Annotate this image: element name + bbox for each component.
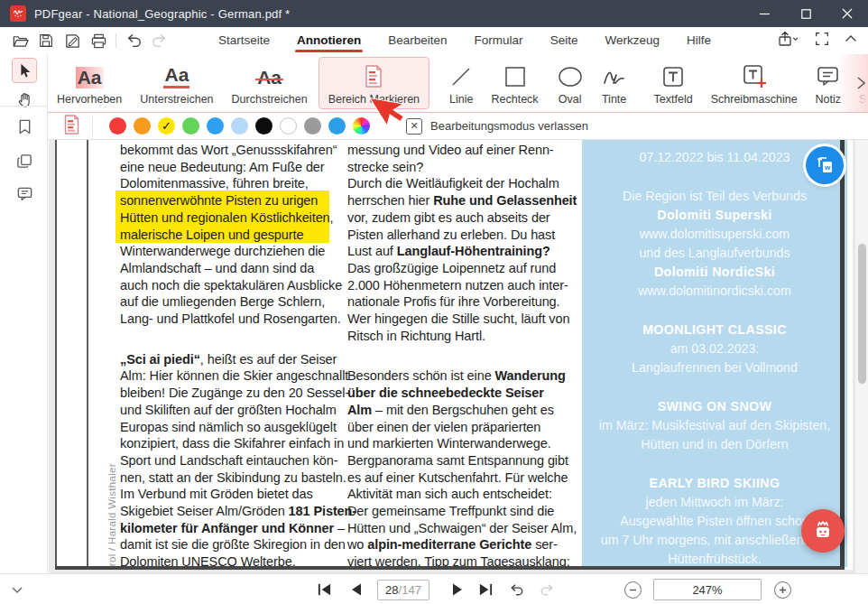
- color-swatch-orange[interactable]: [134, 117, 151, 135]
- pdf-to-word-button[interactable]: w: [806, 146, 844, 184]
- text-line: Dolomitenmassive, führen breite,: [120, 175, 351, 192]
- ribbon-scroll-right-icon[interactable]: [855, 76, 866, 90]
- last-page-button[interactable]: [476, 574, 495, 604]
- tool-bereich-markieren[interactable]: Bereich Markieren: [319, 57, 429, 109]
- sign-document-icon[interactable]: [63, 32, 81, 50]
- text-line: Ritsch in Richtung Hartl.: [347, 328, 578, 345]
- zoom-in-button[interactable]: [772, 574, 792, 604]
- close-button[interactable]: [826, 0, 868, 27]
- redo-icon[interactable]: [151, 32, 169, 50]
- text-line: Almlandschaft – und dann sind da: [120, 260, 351, 277]
- previous-view-button[interactable]: [505, 574, 527, 604]
- fullscreen-icon[interactable]: [814, 31, 830, 51]
- collapse-sidebar-icon[interactable]: [7, 574, 27, 604]
- tab-formular[interactable]: Formular: [473, 29, 525, 53]
- next-view-button[interactable]: [536, 574, 558, 604]
- tool-oval[interactable]: Oval: [548, 54, 593, 112]
- text-line: auf die umliegenden Berge Schlern,: [120, 293, 351, 311]
- maximize-button[interactable]: [785, 0, 826, 27]
- select-tool-button[interactable]: [12, 58, 37, 83]
- tab-werkzeug[interactable]: Werkzeug: [603, 29, 661, 53]
- save-icon[interactable]: [37, 32, 55, 50]
- color-swatch-light-blue[interactable]: [231, 117, 248, 135]
- text-line: vor, zudem gibt es auch abseits der: [347, 209, 578, 227]
- minimize-button[interactable]: [743, 0, 785, 27]
- previous-page-button[interactable]: [346, 574, 365, 604]
- color-swatch-gray[interactable]: [304, 117, 321, 135]
- text-line: im März: Musikfestival auf den Skipisten…: [582, 416, 847, 435]
- tool-tinte[interactable]: Tinte: [593, 54, 636, 112]
- text-line: Der gemeinsame Treffpunkt sind die: [347, 503, 578, 520]
- page-number-box[interactable]: 28 /147: [377, 574, 429, 604]
- pdf-page[interactable]: bekommt das Wort „Genussskifahren“eine n…: [56, 140, 853, 570]
- tab-startseite[interactable]: Startseite: [217, 29, 272, 53]
- bookmarks-panel-button[interactable]: [12, 114, 37, 139]
- zoom-out-button[interactable]: [623, 574, 642, 604]
- text-line: www.dolomitinordicski.com: [582, 282, 847, 301]
- color-swatch-black[interactable]: [255, 117, 272, 135]
- text-line: Hüttenfrühstück.: [582, 550, 847, 567]
- tab-seite[interactable]: Seite: [549, 29, 580, 53]
- exit-edit-icon: ✕: [406, 118, 422, 135]
- text-line: Lang- und Plattkofel und Rosengarten.: [120, 311, 351, 328]
- current-page-input[interactable]: 28: [385, 583, 398, 597]
- color-swatch-green[interactable]: [182, 117, 199, 135]
- thumbnails-panel-button[interactable]: [12, 148, 37, 173]
- tool-linie[interactable]: Linie: [440, 54, 482, 112]
- share-icon[interactable]: [776, 30, 799, 51]
- svg-text:w: w: [824, 163, 831, 172]
- open-file-icon[interactable]: [11, 32, 29, 50]
- zoom-level-box[interactable]: 247%: [653, 574, 762, 604]
- text-line: 2.000 Höhenmetern nutzen auch inter-: [347, 277, 578, 294]
- text-line: Alm – mit den Bergschuhen geht es: [347, 402, 578, 419]
- titlebar: PDFgear - National_Geographic - German.p…: [0, 0, 868, 27]
- underline-icon: Aa: [163, 61, 189, 88]
- total-pages-label: /147: [399, 583, 421, 597]
- text-line: EARLY BIRD SKIING: [582, 474, 847, 493]
- tool-durchstreichen[interactable]: Aa Durchstreichen: [223, 54, 317, 112]
- ai-assistant-button[interactable]: [801, 509, 845, 553]
- comments-panel-button[interactable]: [12, 181, 37, 206]
- tool-schreibmaschine[interactable]: Schreibmaschine: [702, 54, 807, 112]
- first-page-button[interactable]: [314, 574, 334, 604]
- color-swatch-red[interactable]: [109, 117, 126, 135]
- text-line: und Skiliften auf der größten Hochalm: [120, 402, 351, 419]
- tab-annotieren[interactable]: Annotieren: [295, 29, 363, 53]
- color-swatch-white[interactable]: [280, 117, 297, 135]
- page-right-edge: [840, 140, 845, 570]
- color-swatch-cyan-blue[interactable]: [328, 117, 346, 135]
- text-line: Europas sind nämlich so ausgeklügelt: [120, 419, 351, 436]
- vertical-scrollbar[interactable]: [854, 140, 868, 573]
- text-line: Sport und Landschaft eintauchen kön-: [120, 452, 351, 469]
- tool-rechteck[interactable]: Rechteck: [483, 54, 548, 112]
- tool-hervorheben[interactable]: Aa Hervorheben: [48, 54, 131, 112]
- text-line: herrschen hier Ruhe und Gelassenheit: [347, 192, 578, 209]
- text-line: kilometer für Anfänger und Könner –: [120, 520, 351, 537]
- exit-edit-mode-button[interactable]: ✕ Bearbeitungsmodus verlassen: [406, 118, 588, 135]
- text-line: konzipiert, dass die Skifahrer einfach i…: [120, 435, 351, 452]
- text-line: damit ist sie die größte Skiregion in de…: [120, 536, 351, 553]
- collapse-ribbon-icon[interactable]: [845, 33, 857, 49]
- next-page-button[interactable]: [448, 574, 466, 604]
- scrollbar-thumb[interactable]: [858, 244, 866, 384]
- color-swatch-yellow[interactable]: ✓: [158, 117, 175, 135]
- comment-icon: [16, 185, 33, 202]
- oval-icon: [557, 61, 584, 88]
- zoom-level-value: 247%: [692, 583, 722, 597]
- tab-bearbeiten[interactable]: Bearbeiten: [386, 29, 448, 53]
- undo-icon[interactable]: [125, 32, 143, 50]
- tool-unterstreichen[interactable]: Aa Unterstreichen: [131, 54, 222, 112]
- color-swatch-rainbow[interactable]: [353, 117, 370, 135]
- hand-tool-button[interactable]: [12, 87, 37, 112]
- text-line: Hütten und in den Dörfern: [582, 435, 847, 454]
- color-swatch-blue[interactable]: [207, 117, 224, 135]
- document-viewport[interactable]: bekommt das Wort „Genussskifahren“eine n…: [49, 140, 868, 573]
- left-sidebar: [0, 54, 48, 573]
- tool-textfeld[interactable]: Textfeld: [645, 54, 702, 112]
- print-icon[interactable]: [89, 32, 107, 50]
- tab-hilfe[interactable]: Hilfe: [685, 29, 713, 53]
- highlight-icon: Aa: [76, 61, 104, 88]
- text-spacer: [347, 344, 578, 367]
- text-line: jeden Mittwoch im März:: [582, 493, 847, 512]
- text-line: Dolomiti NordicSki: [582, 263, 847, 282]
